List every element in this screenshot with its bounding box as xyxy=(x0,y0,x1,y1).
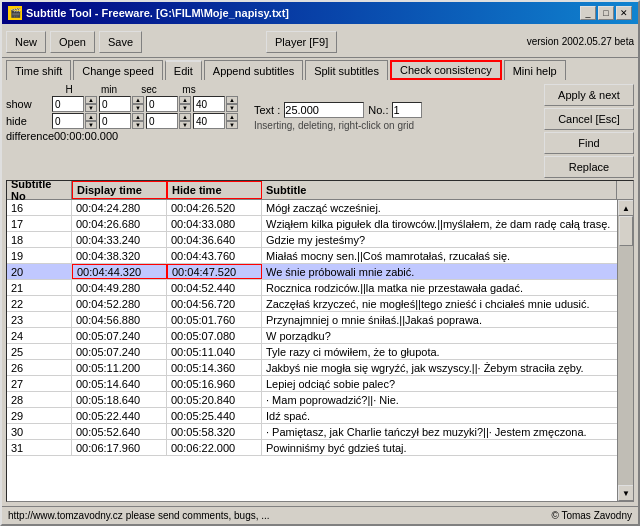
cell-display-time: 00:06:17.960 xyxy=(72,440,167,455)
show-min-spin: ▲ ▼ xyxy=(99,96,144,112)
cell-display-time: 00:04:56.880 xyxy=(72,312,167,327)
cell-subtitle-no: 23 xyxy=(7,312,72,327)
open-button[interactable]: Open xyxy=(50,31,95,53)
hide-h-input[interactable] xyxy=(52,113,84,129)
show-sec-down[interactable]: ▼ xyxy=(179,104,191,112)
show-min-down[interactable]: ▼ xyxy=(132,104,144,112)
cell-hide-time: 00:06:22.000 xyxy=(167,440,262,455)
show-ms-input[interactable] xyxy=(193,96,225,112)
table-row[interactable]: 2400:05:07.24000:05:07.080W porządku? xyxy=(7,328,617,344)
text-no-row: Text : No.: xyxy=(254,102,422,118)
cell-subtitle-text: Przynajmniej o mnie śniłaś.||Jakaś popra… xyxy=(262,312,617,327)
tabs-row: Time shift Change speed Edit Append subt… xyxy=(2,58,638,80)
cell-hide-time: 00:05:16.960 xyxy=(167,376,262,391)
insert-info: Inserting, deleting, right-click on grid xyxy=(254,120,422,131)
hide-h-down[interactable]: ▼ xyxy=(85,121,97,129)
table-row[interactable]: 1600:04:24.28000:04:26.520Mógł zacząć wc… xyxy=(7,200,617,216)
minimize-button[interactable]: _ xyxy=(580,6,596,20)
tab-append-subtitles[interactable]: Append subtitles xyxy=(204,60,303,80)
new-button[interactable]: New xyxy=(6,31,46,53)
tab-edit[interactable]: Edit xyxy=(165,60,202,80)
find-button[interactable]: Find xyxy=(544,132,634,154)
table-row[interactable]: 3000:05:52.64000:05:58.320· Pamiętasz, j… xyxy=(7,424,617,440)
right-buttons: Apply & next Cancel [Esc] Find Replace xyxy=(544,84,634,178)
hide-h-spin: ▲ ▼ xyxy=(52,113,97,129)
maximize-button[interactable]: □ xyxy=(598,6,614,20)
cancel-button[interactable]: Cancel [Esc] xyxy=(544,108,634,130)
hide-min-arrows: ▲ ▼ xyxy=(132,113,144,129)
tab-change-speed[interactable]: Change speed xyxy=(73,60,163,80)
cell-subtitle-text: Rocznica rodziców.||la matka nie przesta… xyxy=(262,280,617,295)
hide-h-up[interactable]: ▲ xyxy=(85,113,97,121)
show-h-spin: ▲ ▼ xyxy=(52,96,97,112)
grid-header: Subtitle No Display time Hide time Subti… xyxy=(7,181,633,200)
grid-body[interactable]: 1600:04:24.28000:04:26.520Mógł zacząć wc… xyxy=(7,200,617,501)
vertical-scrollbar[interactable]: ▲ ▼ xyxy=(617,200,633,501)
show-min-up[interactable]: ▲ xyxy=(132,96,144,104)
show-h-down[interactable]: ▼ xyxy=(85,104,97,112)
table-row[interactable]: 2900:05:22.44000:05:25.440Idź spać. xyxy=(7,408,617,424)
cell-display-time: 00:05:11.200 xyxy=(72,360,167,375)
show-sec-up[interactable]: ▲ xyxy=(179,96,191,104)
text-no-controls: Text : No.: Inserting, deleting, right-c… xyxy=(254,84,422,131)
player-button[interactable]: Player [F9] xyxy=(266,31,337,53)
hide-min-input[interactable] xyxy=(99,113,131,129)
tab-split-subtitles[interactable]: Split subtitles xyxy=(305,60,388,80)
scroll-down-button[interactable]: ▼ xyxy=(618,485,633,501)
table-row[interactable]: 2100:04:49.28000:04:52.440Rocznica rodzi… xyxy=(7,280,617,296)
hide-ms-down[interactable]: ▼ xyxy=(226,121,238,129)
apply-next-button[interactable]: Apply & next xyxy=(544,84,634,106)
tab-mini-help[interactable]: Mini help xyxy=(504,60,566,80)
hide-min-spin: ▲ ▼ xyxy=(99,113,144,129)
show-sec-input[interactable] xyxy=(146,96,178,112)
tab-time-shift[interactable]: Time shift xyxy=(6,60,71,80)
cell-subtitle-text: Mógł zacząć wcześniej. xyxy=(262,200,617,215)
table-row[interactable]: 2200:04:52.28000:04:56.720Zaczęłaś krzyc… xyxy=(7,296,617,312)
hide-ms-up[interactable]: ▲ xyxy=(226,113,238,121)
show-min-input[interactable] xyxy=(99,96,131,112)
hide-sec-down[interactable]: ▼ xyxy=(179,121,191,129)
cell-subtitle-no: 22 xyxy=(7,296,72,311)
ms-col-header: ms xyxy=(170,84,208,95)
no-input[interactable] xyxy=(392,102,422,118)
table-row[interactable]: 1800:04:33.24000:04:36.640Gdzie my jeste… xyxy=(7,232,617,248)
hide-ms-input[interactable] xyxy=(193,113,225,129)
hide-sec-input[interactable] xyxy=(146,113,178,129)
no-label: No.: xyxy=(368,104,388,116)
scroll-thumb[interactable] xyxy=(619,216,633,246)
table-row[interactable]: 2300:04:56.88000:05:01.760Przynajmniej o… xyxy=(7,312,617,328)
show-row: show ▲ ▼ ▲ ▼ xyxy=(6,96,238,112)
show-min-arrows: ▲ ▼ xyxy=(132,96,144,112)
title-bar: 🎬 Subtitle Tool - Freeware. [G:\FILM\Moj… xyxy=(2,2,638,24)
show-ms-up[interactable]: ▲ xyxy=(226,96,238,104)
cell-display-time: 00:04:44.320 xyxy=(72,264,167,279)
cell-subtitle-no: 26 xyxy=(7,360,72,375)
tab-check-consistency[interactable]: Check consistency xyxy=(390,60,502,80)
close-button[interactable]: ✕ xyxy=(616,6,632,20)
show-h-input[interactable] xyxy=(52,96,84,112)
show-ms-down[interactable]: ▼ xyxy=(226,104,238,112)
cell-subtitle-text: · Mam poprowadzić?||· Nie. xyxy=(262,392,617,407)
table-row[interactable]: 2600:05:11.20000:05:14.360Jakbyś nie mog… xyxy=(7,360,617,376)
table-row[interactable]: 1900:04:38.32000:04:43.760Miałaś mocny s… xyxy=(7,248,617,264)
table-row[interactable]: 2500:05:07.24000:05:11.040Tyle razy ci m… xyxy=(7,344,617,360)
save-button[interactable]: Save xyxy=(99,31,142,53)
scroll-up-button[interactable]: ▲ xyxy=(618,200,633,216)
cell-subtitle-text: Idź spać. xyxy=(262,408,617,423)
hide-min-down[interactable]: ▼ xyxy=(132,121,144,129)
cell-subtitle-text: Powinniśmy być gdzieś tutaj. xyxy=(262,440,617,455)
cell-hide-time: 00:04:56.720 xyxy=(167,296,262,311)
table-row[interactable]: 2000:04:44.32000:04:47.520We śnie próbow… xyxy=(7,264,617,280)
cell-display-time: 00:04:24.280 xyxy=(72,200,167,215)
hide-sec-spin: ▲ ▼ xyxy=(146,113,191,129)
difference-row: difference 00:00:00.000 xyxy=(6,130,238,142)
table-row[interactable]: 3100:06:17.96000:06:22.000Powinniśmy być… xyxy=(7,440,617,456)
table-row[interactable]: 1700:04:26.68000:04:33.080Wziąłem kilka … xyxy=(7,216,617,232)
replace-button[interactable]: Replace xyxy=(544,156,634,178)
hide-min-up[interactable]: ▲ xyxy=(132,113,144,121)
hide-sec-up[interactable]: ▲ xyxy=(179,113,191,121)
table-row[interactable]: 2800:05:18.64000:05:20.840· Mam poprowad… xyxy=(7,392,617,408)
text-input[interactable] xyxy=(284,102,364,118)
table-row[interactable]: 2700:05:14.64000:05:16.960Lepiej odciąć … xyxy=(7,376,617,392)
show-h-up[interactable]: ▲ xyxy=(85,96,97,104)
